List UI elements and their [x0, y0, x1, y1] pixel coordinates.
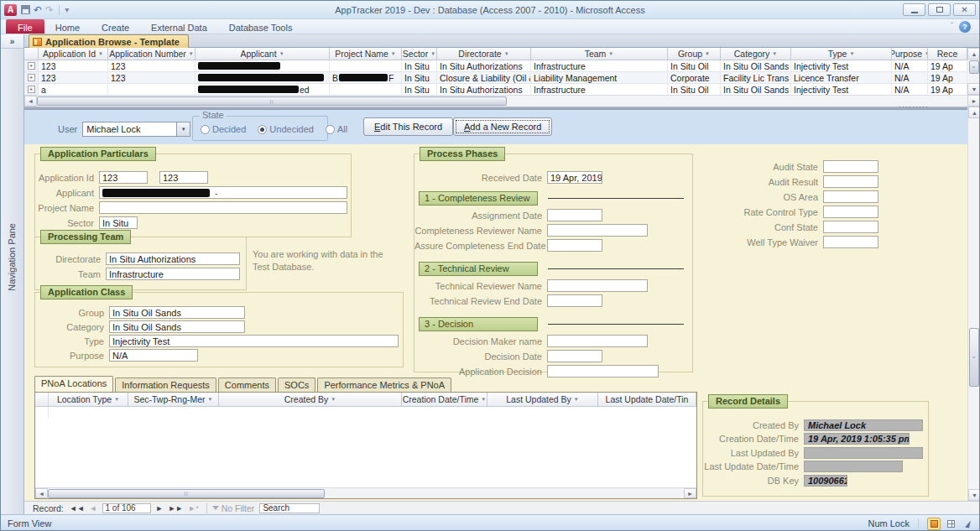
datasheet-cell[interactable]: In Situ Oil Sands: [721, 60, 791, 71]
tab-file[interactable]: File: [6, 19, 44, 34]
subform-row-selector[interactable]: [35, 407, 49, 418]
scrollbar-thumb[interactable]: ||: [48, 489, 325, 498]
column-filter-arrow-icon[interactable]: ▼: [331, 397, 336, 402]
purpose-input[interactable]: N/A: [109, 349, 198, 362]
tab-external-data[interactable]: External Data: [140, 19, 218, 34]
datasheet-cell[interactable]: Injectivity Test: [791, 84, 892, 95]
row-selector[interactable]: +: [24, 84, 39, 95]
column-header-last-update-date-tin[interactable]: Last Update Date/Tin: [598, 393, 696, 406]
column-header-sec-twp-rng-mer[interactable]: Sec-Twp-Rng-Mer▼: [128, 393, 219, 406]
datasheet-cell[interactable]: In Situ Oil: [668, 84, 721, 95]
help-icon[interactable]: ?: [959, 21, 971, 33]
expand-row-icon[interactable]: +: [28, 86, 35, 93]
datasheet-cell[interactable]: In Situ Authorizations: [437, 60, 531, 71]
technical-reviewer-name-input[interactable]: [547, 279, 648, 292]
datasheet-cell[interactable]: Licence Transfer: [791, 72, 892, 83]
datasheet-view-icon[interactable]: [944, 518, 957, 530]
add-new-record-button[interactable]: Add a New Record: [453, 117, 552, 136]
column-filter-arrow-icon[interactable]: ▼: [574, 397, 579, 402]
datasheet-cell[interactable]: 123: [39, 72, 108, 83]
datasheet-cell[interactable]: 123: [108, 72, 195, 83]
radio-icon[interactable]: [201, 125, 210, 134]
column-filter-arrow-icon[interactable]: ▼: [705, 51, 710, 56]
group-input[interactable]: In Situ Oil Sands: [109, 306, 245, 319]
rate-control-type-input[interactable]: [823, 206, 878, 218]
column-header-applicant[interactable]: Applicant▼: [195, 48, 330, 60]
column-header-category[interactable]: Category▼: [721, 48, 791, 60]
datasheet-horizontal-scrollbar[interactable]: ◄ ||: [24, 95, 967, 107]
datasheet-cell[interactable]: [330, 60, 402, 71]
datasheet-cell[interactable]: 123: [39, 60, 108, 71]
subform-tab-information-requests[interactable]: Information Requests: [115, 377, 216, 392]
column-header-application-number[interactable]: Application Number▼: [108, 48, 195, 60]
subform-tab-performance-metrics-pnoa[interactable]: Performance Metrics & PNoA: [317, 377, 451, 392]
datasheet-cell[interactable]: Closure & Liability (Oil &: [437, 72, 531, 83]
radio-all[interactable]: All: [326, 124, 347, 134]
project-name-input[interactable]: [99, 201, 347, 214]
nav-pane-expand-button[interactable]: »: [1, 34, 23, 49]
maximize-button[interactable]: [928, 3, 951, 16]
received-date-input[interactable]: 19 Apr, 2019: [547, 171, 602, 184]
application-id-input[interactable]: 123: [99, 171, 148, 184]
column-filter-arrow-icon[interactable]: ▼: [772, 51, 777, 56]
column-filter-arrow-icon[interactable]: ▼: [391, 51, 396, 56]
column-header-application-id[interactable]: Application Id▼: [39, 48, 108, 60]
datasheet-row[interactable]: +aedIn SituIn Situ AuthorizationsInfrast…: [24, 84, 967, 95]
datasheet-cell[interactable]: In Situ Authorizations: [437, 84, 531, 95]
datasheet-cell[interactable]: 123: [108, 60, 195, 71]
row-selector-header[interactable]: [35, 393, 49, 406]
search-input[interactable]: Search: [259, 503, 320, 513]
column-header-project-name[interactable]: Project Name▼: [330, 48, 402, 60]
chevron-down-icon[interactable]: ▼: [176, 122, 190, 137]
datasheet-cell[interactable]: BF: [330, 72, 402, 83]
application-id-input-2[interactable]: 123: [159, 171, 208, 184]
datasheet-cell[interactable]: In Situ: [402, 84, 437, 95]
subform-tab-pnoa-locations[interactable]: PNoA Locations: [34, 376, 113, 392]
last-record-icon[interactable]: ►►: [165, 504, 185, 513]
application-decision-input[interactable]: [547, 365, 659, 377]
decision-date-input[interactable]: [547, 350, 602, 362]
undo-icon[interactable]: ↶: [34, 6, 42, 14]
column-filter-arrow-icon[interactable]: ▼: [189, 51, 194, 56]
tab-database-tools[interactable]: Database Tools: [218, 19, 304, 34]
close-button[interactable]: ✕: [953, 3, 976, 16]
record-position-input[interactable]: 1 of 106: [102, 503, 151, 513]
column-header-group[interactable]: Group▼: [668, 48, 721, 60]
scroll-right-icon[interactable]: ►: [967, 95, 980, 107]
tab-home[interactable]: Home: [44, 19, 91, 34]
subform-tab-socs[interactable]: SOCs: [278, 377, 315, 392]
column-filter-arrow-icon[interactable]: ▼: [279, 51, 284, 56]
form-vertical-scrollbar[interactable]: ▲ = ▼: [967, 107, 980, 501]
datasheet-cell[interactable]: In Situ: [402, 60, 437, 71]
datasheet-cell[interactable]: 19 Ap: [928, 60, 967, 71]
column-filter-arrow-icon[interactable]: ▼: [504, 51, 509, 56]
column-filter-arrow-icon[interactable]: ▼: [98, 51, 103, 56]
column-header-rece[interactable]: Rece: [928, 48, 967, 60]
datasheet-row[interactable]: +123123BFIn SituClosure & Liability (Oil…: [24, 72, 967, 84]
tab-create[interactable]: Create: [91, 19, 140, 34]
row-selector[interactable]: +: [24, 60, 39, 71]
datasheet-cell[interactable]: In Situ: [402, 72, 437, 83]
directorate-input[interactable]: In Situ Authorizations: [106, 252, 240, 265]
datasheet-cell[interactable]: Facility Lic Trans: [721, 72, 791, 83]
scroll-right-icon[interactable]: ►: [684, 488, 696, 498]
datasheet-cell[interactable]: Liability Management: [531, 72, 668, 83]
datasheet-cell[interactable]: N/A: [892, 72, 928, 83]
datasheet-cell[interactable]: Infrastructure: [531, 60, 668, 71]
decision-maker-name-input[interactable]: [547, 335, 648, 347]
column-filter-arrow-icon[interactable]: ▼: [481, 397, 486, 402]
user-combobox-value[interactable]: Michael Lock: [82, 122, 176, 137]
minimize-button[interactable]: [903, 3, 925, 16]
type-input[interactable]: Injectivity Test: [109, 335, 399, 347]
scroll-down-icon[interactable]: ▼: [968, 489, 980, 501]
radio-undecided[interactable]: Undecided: [258, 124, 314, 134]
completeness-reviewer-name-input[interactable]: [547, 224, 648, 237]
document-tab[interactable]: Application Browse - Template: [29, 34, 189, 48]
datasheet-cell[interactable]: Corporate: [668, 72, 721, 83]
audit-state-input[interactable]: [823, 160, 878, 173]
datasheet-cell[interactable]: In Situ Oil: [668, 60, 721, 71]
conf-state-input[interactable]: [823, 221, 878, 233]
datasheet-vertical-scrollbar[interactable]: ▲ = ▼: [967, 48, 980, 95]
ribbon-expand-icon[interactable]: ˇ: [951, 22, 953, 31]
column-header-creation-date-time[interactable]: Creation Date/Time▼: [402, 393, 487, 406]
